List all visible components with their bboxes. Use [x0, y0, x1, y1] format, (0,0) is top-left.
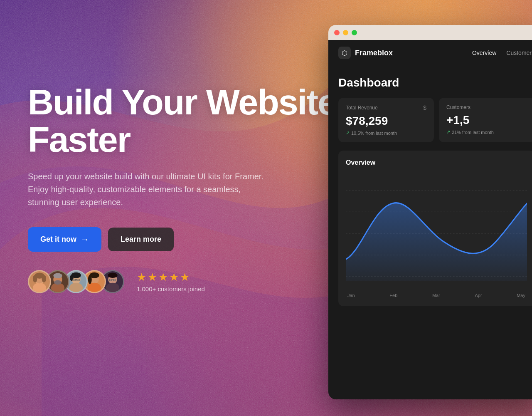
stat-value-customers: +1,5 [446, 114, 527, 127]
stat-value-revenue: $78,259 [346, 114, 426, 128]
svg-point-10 [53, 273, 62, 278]
avatars-group [28, 270, 124, 293]
customers-count: 1,000+ customers joined [137, 285, 205, 292]
stat-card-customers: Customers +1,5 ↗ 21% from last month [439, 98, 532, 142]
svg-point-12 [69, 282, 83, 292]
window-chrome [328, 25, 532, 40]
stat-label-customers: Customers [446, 104, 527, 110]
stat-label-revenue: Total Revenue $ [346, 104, 426, 111]
x-label-apr: Apr [475, 293, 482, 298]
minimize-button[interactable] [343, 30, 348, 35]
svg-point-24 [108, 272, 117, 278]
stat-card-revenue: Total Revenue $ $78,259 ↗ 10,5% from las… [338, 98, 434, 142]
hero-subtitle: Speed up your website build with our ult… [28, 170, 269, 209]
star-icon: ★ [148, 271, 157, 284]
star-icon: ★ [180, 271, 190, 284]
stat-change-customers: ↗ 21% from last month [446, 129, 527, 135]
svg-point-21 [88, 275, 92, 284]
learn-more-button[interactable]: Learn more [108, 228, 174, 251]
chart-area [346, 173, 527, 290]
svg-point-9 [54, 280, 62, 285]
dashboard-logo: ⬡ Frameblox [338, 47, 393, 59]
dashboard-nav: ⬡ Frameblox Overview Customers [328, 40, 532, 66]
nav-customers[interactable]: Customers [506, 50, 532, 56]
dashboard-content: Dashboard Total Revenue $ $78,259 ↗ 10,5… [328, 66, 532, 399]
close-button[interactable] [334, 30, 340, 35]
dashboard-title: Dashboard [338, 76, 532, 89]
x-label-jan: Jan [347, 293, 355, 298]
x-label-may: May [517, 293, 525, 298]
trend-up-icon: ↗ [346, 130, 350, 136]
star-icon: ★ [137, 271, 146, 284]
trend-up-icon: ↗ [446, 129, 450, 135]
avatar [28, 270, 51, 293]
star-icon: ★ [158, 271, 168, 284]
svg-point-19 [88, 282, 101, 292]
svg-point-5 [33, 275, 37, 282]
chart-x-labels: Jan Feb Mar Apr May [346, 290, 527, 298]
btn-secondary-label: Learn more [121, 235, 161, 244]
dollar-icon: $ [423, 104, 426, 111]
svg-point-23 [106, 282, 119, 292]
dashboard-window: ⬡ Frameblox Overview Customers Dashboard… [328, 25, 532, 399]
dashboard-inner: ⬡ Frameblox Overview Customers Dashboard… [328, 40, 532, 399]
svg-point-6 [42, 275, 46, 282]
logo-icon: ⬡ [338, 47, 351, 59]
social-proof: ★ ★ ★ ★ ★ 1,000+ customers joined [28, 270, 337, 293]
stat-change-revenue: ↗ 10,5% from last month [346, 130, 426, 136]
chart-title: Overview [346, 159, 527, 166]
nav-overview[interactable]: Overview [472, 50, 496, 56]
stars-section: ★ ★ ★ ★ ★ 1,000+ customers joined [137, 271, 205, 292]
star-icon: ★ [169, 271, 179, 284]
arrow-icon: → [81, 235, 89, 244]
btn-primary-label: Get it now [40, 235, 76, 244]
x-label-mar: Mar [432, 293, 440, 298]
chart-section: Overview [338, 151, 532, 306]
stats-row: Total Revenue $ $78,259 ↗ 10,5% from las… [338, 98, 532, 142]
left-content: Build Your Website Faster Speed up your … [28, 83, 337, 293]
get-it-now-button[interactable]: Get it now → [28, 227, 101, 252]
hero-title: Build Your Website Faster [28, 83, 337, 158]
x-label-feb: Feb [389, 293, 397, 298]
svg-point-2 [33, 282, 46, 292]
star-rating: ★ ★ ★ ★ ★ [137, 271, 205, 284]
logo-name: Frameblox [355, 49, 393, 57]
buttons-row: Get it now → Learn more [28, 227, 337, 252]
maximize-button[interactable] [352, 30, 357, 35]
